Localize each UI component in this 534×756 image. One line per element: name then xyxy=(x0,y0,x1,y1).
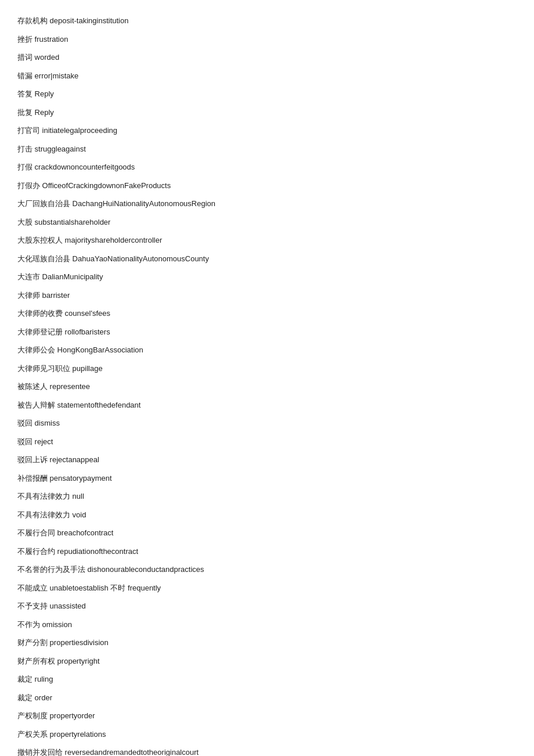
list-item: 大律师登记册 rollofbaristers xyxy=(17,323,517,341)
list-item: 补偿报酬 pensatorypayment xyxy=(17,469,517,488)
list-item: 财产分割 propertiesdivision xyxy=(17,633,517,652)
list-item: 打官司 initiatelegalproceeding xyxy=(17,121,517,140)
list-item: 存款机构 deposit-takinginstitution xyxy=(17,12,517,30)
list-item: 不履行合同 breachofcontract xyxy=(17,524,517,542)
list-item: 打假办 OfficeofCrackingdownonFakeProducts xyxy=(17,177,517,195)
list-item: 被陈述人 representee xyxy=(17,377,517,396)
list-item: 不作为 omission xyxy=(17,615,517,634)
list-item: 大律师的收费 counsel'sfees xyxy=(17,304,517,323)
list-item: 大厂回族自治县 DachangHuiNationalityAutonomousR… xyxy=(17,195,517,213)
list-item: 批复 Reply xyxy=(17,103,517,122)
list-item: 不履行合约 repudiationofthecontract xyxy=(17,542,517,561)
list-item: 不能成立 unabletoestablish 不时 frequently xyxy=(17,579,517,597)
list-item: 措词 worded xyxy=(17,48,517,67)
list-item: 挫折 frustration xyxy=(17,30,517,49)
list-item: 裁定 ruling xyxy=(17,670,517,689)
list-item: 答复 Reply xyxy=(17,85,517,103)
list-item: 打假 crackdownoncounterfeitgoods xyxy=(17,158,517,177)
list-item: 产权制度 propertyorder xyxy=(17,707,517,725)
list-item: 大股东控权人 majorityshareholdercontroller xyxy=(17,231,517,250)
list-item: 大律师公会 HongKongBarAssociation xyxy=(17,341,517,359)
list-item: 打击 struggleagainst xyxy=(17,140,517,159)
list-item: 驳回 dismiss xyxy=(17,414,517,433)
list-item: 撤销并发回给 reversedandremandedtotheoriginalc… xyxy=(17,743,517,756)
term-list: 存款机构 deposit-takinginstitution挫折 frustra… xyxy=(17,12,517,756)
list-item: 裁定 order xyxy=(17,689,517,707)
list-item: 大股 substantialshareholder xyxy=(17,213,517,232)
list-item: 不具有法律效力 void xyxy=(17,506,517,524)
list-item: 大化瑶族自治县 DahuaYaoNationalityAutonomousCou… xyxy=(17,250,517,268)
list-item: 被告人辩解 statementofthedefendant xyxy=(17,396,517,415)
list-item: 大律师 barrister xyxy=(17,286,517,305)
list-item: 产权关系 propertyrelations xyxy=(17,725,517,744)
list-item: 不具有法律效力 null xyxy=(17,487,517,506)
list-item: 大连市 DalianMunicipality xyxy=(17,268,517,286)
list-item: 财产所有权 propertyright xyxy=(17,652,517,671)
list-item: 驳回 reject xyxy=(17,433,517,451)
list-item: 驳回上诉 rejectanappeal xyxy=(17,451,517,469)
list-item: 错漏 error|mistake xyxy=(17,67,517,85)
list-item: 不名誉的行为及手法 dishonourableconductandpractic… xyxy=(17,560,517,579)
list-item: 大律师见习职位 pupillage xyxy=(17,359,517,378)
list-item: 不予支持 unassisted xyxy=(17,597,517,615)
